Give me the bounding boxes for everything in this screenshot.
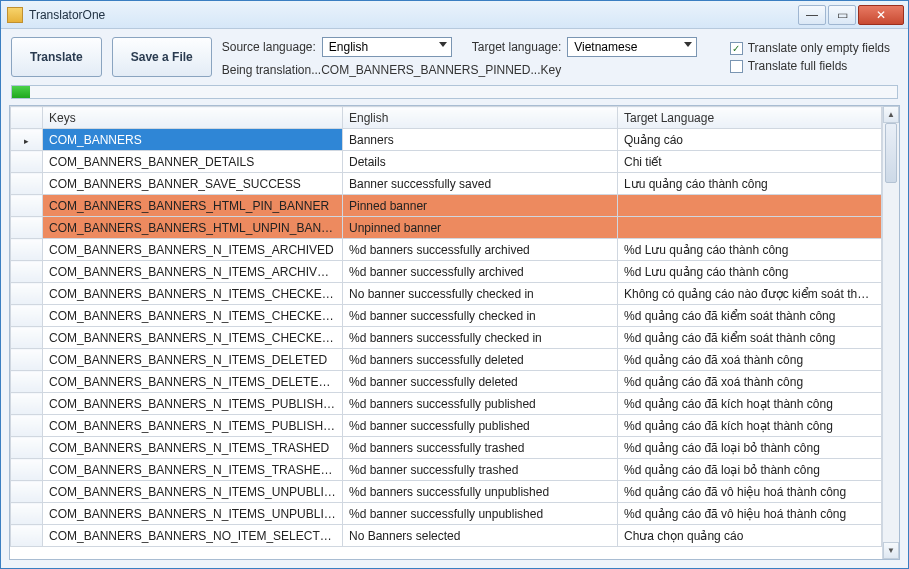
- table-row[interactable]: COM_BANNERS_BANNERS_N_ITEMS_CHECKED_I...…: [11, 305, 882, 327]
- titlebar[interactable]: TranslatorOne — ▭ ✕: [1, 1, 908, 29]
- cell-target[interactable]: %d Lưu quảng cáo thành công: [618, 239, 882, 261]
- vertical-scrollbar[interactable]: ▲ ▼: [882, 106, 899, 559]
- cell-english[interactable]: No Banners selected: [343, 525, 618, 547]
- table-row[interactable]: COM_BANNERS_BANNERS_N_ITEMS_ARCHIVED%d b…: [11, 239, 882, 261]
- cell-target[interactable]: %d Lưu quảng cáo thành công: [618, 261, 882, 283]
- cell-key[interactable]: COM_BANNERS_BANNER_SAVE_SUCCESS: [43, 173, 343, 195]
- col-target[interactable]: Target Language: [618, 107, 882, 129]
- cell-english[interactable]: %d banners successfully published: [343, 393, 618, 415]
- table-row[interactable]: COM_BANNERS_BANNERS_N_ITEMS_CHECKED_I...…: [11, 327, 882, 349]
- cell-key[interactable]: COM_BANNERS_BANNERS_N_ITEMS_ARCHIVED_1: [43, 261, 343, 283]
- source-language-select[interactable]: English: [322, 37, 452, 57]
- close-button[interactable]: ✕: [858, 5, 904, 25]
- scroll-up-button[interactable]: ▲: [883, 106, 899, 123]
- cell-target[interactable]: [618, 217, 882, 239]
- cell-key[interactable]: COM_BANNERS_BANNERS_N_ITEMS_TRASHED: [43, 437, 343, 459]
- table-row[interactable]: COM_BANNERS_BANNERS_N_ITEMS_UNPUBLIS...%…: [11, 503, 882, 525]
- cell-target[interactable]: Chưa chọn quảng cáo: [618, 525, 882, 547]
- cell-target[interactable]: %d quảng cáo đã kiểm soát thành công: [618, 327, 882, 349]
- cell-key[interactable]: COM_BANNERS_BANNERS_N_ITEMS_CHECKED_I...: [43, 283, 343, 305]
- table-row[interactable]: COM_BANNERS_BANNERS_N_ITEMS_DELETED%d ba…: [11, 349, 882, 371]
- cell-target[interactable]: Quảng cáo: [618, 129, 882, 151]
- table-row[interactable]: COM_BANNERS_BANNER_DETAILSDetailsChi tiế…: [11, 151, 882, 173]
- row-header[interactable]: [11, 327, 43, 349]
- cell-key[interactable]: COM_BANNERS_BANNERS_N_ITEMS_UNPUBLIS...: [43, 503, 343, 525]
- cell-key[interactable]: COM_BANNERS_BANNER_DETAILS: [43, 151, 343, 173]
- cell-target[interactable]: Lưu quảng cáo thành công: [618, 173, 882, 195]
- cell-english[interactable]: %d banners successfully unpublished: [343, 481, 618, 503]
- minimize-button[interactable]: —: [798, 5, 826, 25]
- row-header[interactable]: [11, 239, 43, 261]
- cell-english[interactable]: Unpinned banner: [343, 217, 618, 239]
- row-header[interactable]: [11, 503, 43, 525]
- cell-target[interactable]: %d quảng cáo đã kích hoạt thành công: [618, 393, 882, 415]
- cell-key[interactable]: COM_BANNERS_BANNERS_N_ITEMS_UNPUBLIS...: [43, 481, 343, 503]
- cell-english[interactable]: %d banners successfully trashed: [343, 437, 618, 459]
- cell-english[interactable]: No banner successfully checked in: [343, 283, 618, 305]
- table-row[interactable]: COM_BANNERS_BANNERS_N_ITEMS_TRASHED%d ba…: [11, 437, 882, 459]
- row-header[interactable]: [11, 481, 43, 503]
- row-header[interactable]: [11, 173, 43, 195]
- row-header[interactable]: [11, 349, 43, 371]
- scroll-thumb[interactable]: [885, 123, 897, 183]
- cell-english[interactable]: %d banner successfully deleted: [343, 371, 618, 393]
- cell-english[interactable]: %d banner successfully trashed: [343, 459, 618, 481]
- cell-english[interactable]: %d banners successfully archived: [343, 239, 618, 261]
- cell-target[interactable]: %d quảng cáo đã loại bỏ thành công: [618, 437, 882, 459]
- cell-key[interactable]: COM_BANNERS: [43, 129, 343, 151]
- row-header[interactable]: [11, 217, 43, 239]
- cell-english[interactable]: Banner successfully saved: [343, 173, 618, 195]
- table-row[interactable]: COM_BANNERS_BANNERS_HTML_UNPIN_BANNERUnp…: [11, 217, 882, 239]
- cell-english[interactable]: %d banner successfully archived: [343, 261, 618, 283]
- table-row[interactable]: COM_BANNERS_BANNERS_N_ITEMS_PUBLISHED...…: [11, 415, 882, 437]
- translate-button[interactable]: Translate: [11, 37, 102, 77]
- cell-key[interactable]: COM_BANNERS_BANNERS_N_ITEMS_CHECKED_I...: [43, 327, 343, 349]
- save-file-button[interactable]: Save a File: [112, 37, 212, 77]
- cell-target[interactable]: %d quảng cáo đã xoá thành công: [618, 349, 882, 371]
- data-grid[interactable]: Keys English Target Language COM_BANNERS…: [10, 106, 882, 559]
- row-header[interactable]: [11, 525, 43, 547]
- cell-key[interactable]: COM_BANNERS_BANNERS_N_ITEMS_DELETED_1: [43, 371, 343, 393]
- row-header[interactable]: [11, 371, 43, 393]
- check-only-empty[interactable]: ✓ Translate only empty fields: [730, 41, 890, 55]
- row-header[interactable]: [11, 393, 43, 415]
- cell-key[interactable]: COM_BANNERS_BANNERS_N_ITEMS_PUBLISHED: [43, 393, 343, 415]
- row-header[interactable]: [11, 261, 43, 283]
- table-row[interactable]: COM_BANNERSBannersQuảng cáo: [11, 129, 882, 151]
- row-header-blank[interactable]: [11, 107, 43, 129]
- target-language-select[interactable]: Vietnamese: [567, 37, 697, 57]
- cell-key[interactable]: COM_BANNERS_BANNERS_NO_ITEM_SELECTED: [43, 525, 343, 547]
- row-header[interactable]: [11, 459, 43, 481]
- table-row[interactable]: COM_BANNERS_BANNERS_N_ITEMS_ARCHIVED_1%d…: [11, 261, 882, 283]
- row-header[interactable]: [11, 129, 43, 151]
- table-row[interactable]: COM_BANNERS_BANNERS_N_ITEMS_UNPUBLIS...%…: [11, 481, 882, 503]
- cell-key[interactable]: COM_BANNERS_BANNERS_HTML_UNPIN_BANNER: [43, 217, 343, 239]
- col-keys[interactable]: Keys: [43, 107, 343, 129]
- cell-key[interactable]: COM_BANNERS_BANNERS_N_ITEMS_CHECKED_I...: [43, 305, 343, 327]
- table-row[interactable]: COM_BANNERS_BANNERS_HTML_PIN_BANNERPinne…: [11, 195, 882, 217]
- cell-target[interactable]: Chi tiết: [618, 151, 882, 173]
- cell-target[interactable]: %d quảng cáo đã loại bỏ thành công: [618, 459, 882, 481]
- row-header[interactable]: [11, 151, 43, 173]
- cell-english[interactable]: %d banner successfully checked in: [343, 305, 618, 327]
- col-english[interactable]: English: [343, 107, 618, 129]
- scroll-track[interactable]: [883, 123, 899, 542]
- cell-target[interactable]: %d quảng cáo đã xoá thành công: [618, 371, 882, 393]
- row-header[interactable]: [11, 195, 43, 217]
- row-header[interactable]: [11, 415, 43, 437]
- cell-target[interactable]: Không có quảng cáo nào được kiểm soát th…: [618, 283, 882, 305]
- cell-target[interactable]: %d quảng cáo đã vô hiệu hoá thành công: [618, 503, 882, 525]
- maximize-button[interactable]: ▭: [828, 5, 856, 25]
- table-row[interactable]: COM_BANNERS_BANNER_SAVE_SUCCESSBanner su…: [11, 173, 882, 195]
- table-row[interactable]: COM_BANNERS_BANNERS_N_ITEMS_TRASHED_1%d …: [11, 459, 882, 481]
- cell-english[interactable]: Pinned banner: [343, 195, 618, 217]
- cell-target[interactable]: %d quảng cáo đã kiểm soát thành công: [618, 305, 882, 327]
- cell-english[interactable]: %d banner successfully unpublished: [343, 503, 618, 525]
- cell-target[interactable]: %d quảng cáo đã vô hiệu hoá thành công: [618, 481, 882, 503]
- scroll-down-button[interactable]: ▼: [883, 542, 899, 559]
- cell-key[interactable]: COM_BANNERS_BANNERS_N_ITEMS_PUBLISHED...: [43, 415, 343, 437]
- cell-english[interactable]: %d banners successfully deleted: [343, 349, 618, 371]
- row-header[interactable]: [11, 437, 43, 459]
- table-row[interactable]: COM_BANNERS_BANNERS_N_ITEMS_DELETED_1%d …: [11, 371, 882, 393]
- cell-english[interactable]: %d banners successfully checked in: [343, 327, 618, 349]
